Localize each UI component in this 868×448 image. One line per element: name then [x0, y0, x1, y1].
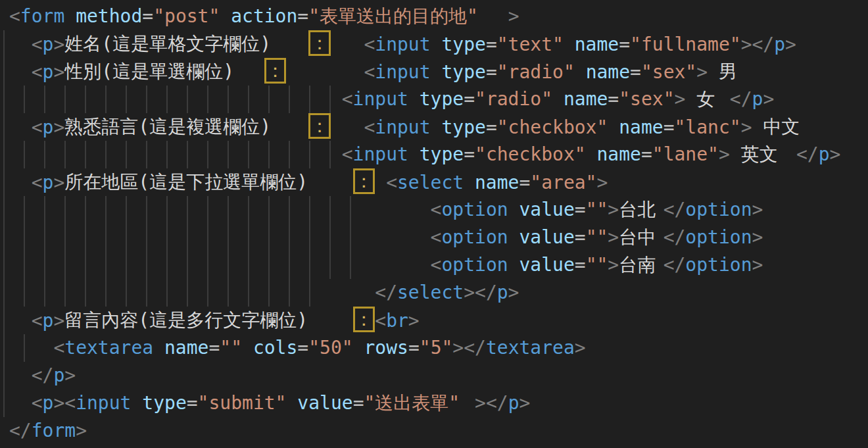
code-token-plain [9, 61, 32, 83]
code-line-4: <input type="radio" name="sex"> 女 </p> [0, 86, 868, 113]
code-token-punc: > [596, 172, 608, 193]
code-token-tag: p [43, 34, 54, 55]
code-token-plain [508, 199, 519, 220]
code-line-7: <p>所在地區(這是下拉選單欄位)： <select name="area"> [0, 168, 868, 196]
code-token-tag: p [497, 282, 508, 303]
code-token-str: "submit" [198, 392, 287, 414]
code-token-tag: option [685, 254, 752, 276]
code-token-plain [9, 116, 32, 138]
code-token-punc: > [53, 34, 64, 55]
code-token-tag: select [397, 282, 464, 303]
code-token-punc: </ [663, 254, 686, 276]
code-token-attr: action [231, 5, 297, 27]
unicode-highlight-box: ： [308, 113, 331, 139]
code-token-plain [353, 337, 364, 359]
code-token-punc: > [53, 116, 64, 138]
code-token-tag: p [53, 364, 64, 386]
indent-guide [3, 113, 5, 141]
code-token-plain: 台南 [619, 251, 663, 279]
code-line-11: </select></p> [0, 279, 868, 307]
code-token-attr: value [519, 199, 574, 220]
indent-guide [3, 168, 5, 196]
code-token-plain [331, 34, 364, 55]
code-token-punc: > [752, 254, 763, 276]
code-token-plain [575, 61, 586, 83]
code-token-eq: = [630, 61, 641, 83]
code-token-punc: < [342, 143, 353, 165]
code-token-punc: < [32, 34, 43, 55]
unicode-highlight-box: ： [308, 30, 331, 56]
unicode-highlight-box: ： [353, 307, 375, 332]
code-token-punc: < [64, 392, 76, 414]
code-token-eq: = [608, 88, 619, 110]
code-token-tag: form [32, 420, 76, 441]
code-token-str: "radio" [497, 61, 575, 83]
code-token-punc: > [508, 282, 519, 303]
code-token-punc: > [719, 143, 730, 165]
code-token-punc: > [475, 392, 486, 414]
code-line-16: </form> [0, 417, 868, 445]
code-token-eq: = [486, 61, 497, 83]
code-token-plain [220, 5, 231, 27]
code-line-1: <form method="post" action="表單送出的目的地"> [0, 3, 868, 30]
code-token-plain [9, 172, 32, 193]
code-token-eq: = [575, 226, 586, 248]
unicode-highlight-box: ： [264, 58, 287, 84]
code-token-plain: 台北 [619, 196, 663, 224]
code-token-plain [608, 116, 619, 138]
code-token-attr: value [519, 226, 574, 248]
code-line-6: <input type="checkbox" name="lane"> 英文 <… [0, 141, 868, 168]
code-token-punc: < [342, 88, 353, 110]
code-token-str: "lane" [652, 143, 719, 165]
code-token-attr: name [586, 61, 630, 83]
code-token-punc: > [53, 392, 64, 414]
code-token-attr: name [475, 172, 519, 193]
code-line-8: <option value="">台北</option> [0, 196, 868, 224]
code-token-str: "" [586, 226, 608, 248]
indent-guide [3, 196, 5, 224]
code-token-tag: option [685, 226, 752, 248]
code-token-str: "送出表單" [364, 389, 475, 417]
code-token-eq: = [187, 392, 198, 414]
code-token-punc: </ [9, 420, 32, 441]
code-token-plain [375, 172, 386, 193]
code-token-eq: = [408, 337, 420, 359]
code-token-plain: 姓名(這是單格文字欄位) [64, 30, 308, 58]
code-line-10: <option value="">台南</option> [0, 251, 868, 279]
code-token-punc: < [53, 337, 64, 359]
code-token-punc: > [696, 61, 708, 83]
code-token-punc: > [464, 282, 475, 303]
code-token-punc: </ [464, 337, 486, 359]
code-token-str: "text" [497, 34, 564, 55]
code-token-punc: > [830, 143, 841, 165]
code-token-plain: 英文 [730, 141, 796, 168]
code-token-plain [9, 254, 431, 276]
code-token-punc: > [752, 199, 763, 220]
code-token-punc: </ [375, 282, 397, 303]
code-token-punc: </ [475, 282, 497, 303]
code-token-attr: value [519, 254, 574, 276]
code-token-plain: 男 [708, 58, 741, 86]
code-token-attr: name [575, 34, 619, 55]
code-editor[interactable]: <form method="post" action="表單送出的目的地"> <… [0, 0, 868, 448]
code-token-punc: > [53, 310, 64, 332]
code-token-tag: input [375, 116, 430, 138]
code-token-plain: 留言內容(這是多行文字欄位) [64, 307, 352, 334]
indent-guide [3, 224, 5, 251]
code-token-plain [9, 310, 32, 332]
code-token-plain [9, 88, 342, 110]
code-token-punc: > [64, 364, 76, 386]
code-token-plain [431, 116, 442, 138]
code-token-tag: textarea [64, 337, 153, 359]
code-line-12: <p>留言內容(這是多行文字欄位)：<br> [0, 307, 868, 334]
code-token-attr: name [564, 88, 608, 110]
code-token-punc: < [32, 310, 43, 332]
code-token-attr: method [76, 5, 142, 27]
code-token-punc: > [763, 88, 774, 110]
code-token-plain [331, 116, 364, 138]
code-token-plain [508, 226, 519, 248]
code-token-str: "lanc" [674, 116, 740, 138]
code-token-tag: p [43, 172, 54, 193]
code-token-str: "checkbox" [497, 116, 608, 138]
code-token-plain: 女 [685, 86, 729, 113]
